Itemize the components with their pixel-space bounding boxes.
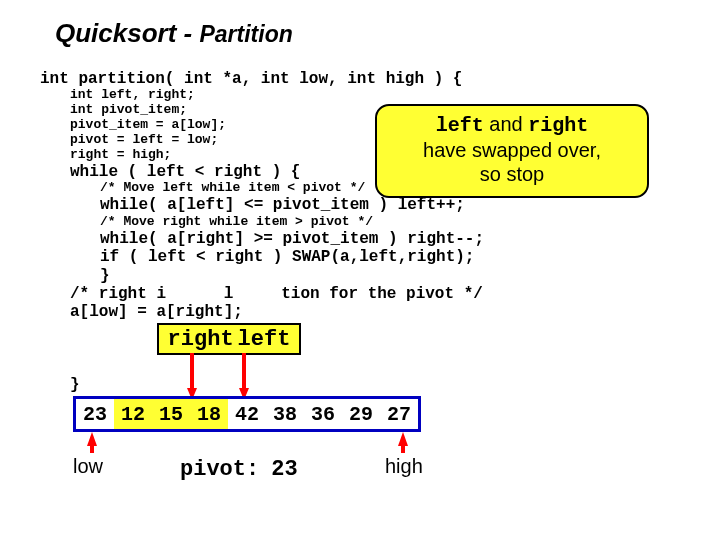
- array-cell: 12: [114, 399, 152, 429]
- callout-line: have swapped over,: [377, 138, 647, 162]
- code-while: while( a[right] >= pivot_item ) right--;: [100, 230, 484, 248]
- code-while: while( a[left] <= pivot_item ) left++;: [100, 196, 484, 214]
- high-arrow-stem: [401, 445, 405, 453]
- array-row: 23 12 15 18 42 38 36 29 27: [73, 396, 421, 432]
- low-label: low: [73, 455, 103, 478]
- code-decl: int left, right;: [70, 88, 484, 103]
- array-cell: 18: [190, 399, 228, 429]
- high-arrow-head: [398, 432, 408, 446]
- callout-line: so stop: [377, 162, 647, 186]
- array-cell: 23: [76, 399, 114, 429]
- array-cell: 27: [380, 399, 418, 429]
- array-cell: 29: [342, 399, 380, 429]
- callout-line: left and right: [377, 112, 647, 138]
- code-comment: /* Move right while item > pivot */: [100, 215, 484, 230]
- code-brace: }: [70, 376, 484, 394]
- code-if: if ( left < right ) SWAP(a,left,right);: [100, 248, 484, 266]
- slide-title: Quicksort - Partition: [55, 18, 293, 49]
- title-sub: Partition: [199, 21, 292, 47]
- code-comment-pivot: /* right iright l lefttion for the pivot…: [70, 285, 484, 303]
- array-cell: 42: [228, 399, 266, 429]
- left-label: left: [238, 327, 291, 352]
- right-arrow-stem: [190, 353, 194, 391]
- low-arrow-stem: [90, 445, 94, 453]
- right-left-box: right left: [157, 323, 301, 355]
- code-assign: a[low] = a[right];: [70, 303, 484, 321]
- high-label: high: [385, 455, 423, 478]
- code-brace: }: [100, 267, 484, 285]
- left-arrow-stem: [242, 353, 246, 391]
- callout-box: left and right have swapped over, so sto…: [375, 104, 649, 198]
- pivot-label: pivot: 23: [180, 455, 298, 482]
- low-arrow-head: [87, 432, 97, 446]
- array-cell: 15: [152, 399, 190, 429]
- code-signature: int partition( int *a, int low, int high…: [40, 70, 484, 88]
- title-main: Quicksort -: [55, 18, 199, 48]
- array-cell: 38: [266, 399, 304, 429]
- right-label: right: [168, 327, 234, 352]
- array-cell: 36: [304, 399, 342, 429]
